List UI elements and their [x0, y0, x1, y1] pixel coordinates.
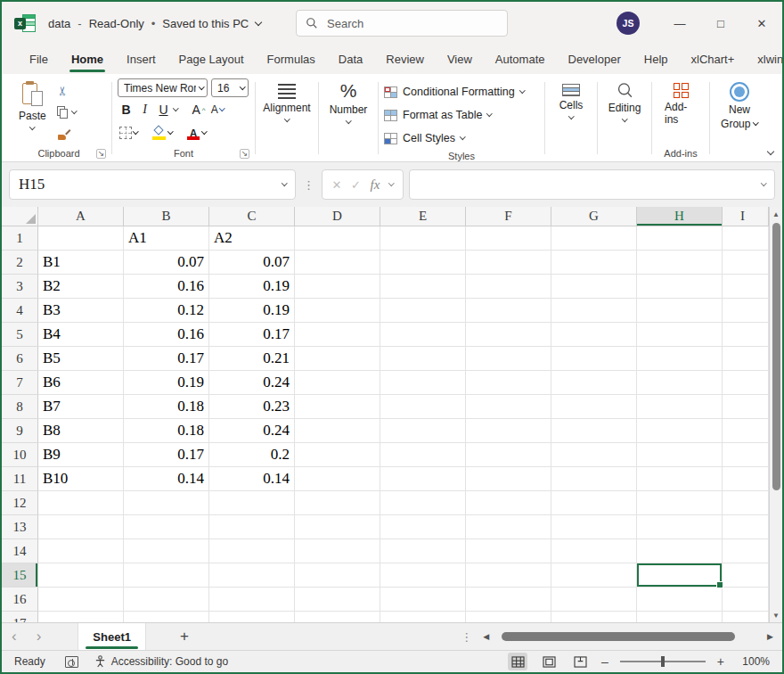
tab-home[interactable]: Home — [60, 45, 115, 73]
cell-H2[interactable] — [637, 251, 723, 275]
cell-A9[interactable]: B8 — [38, 419, 124, 443]
cell-I10[interactable] — [723, 443, 769, 467]
column-header-b[interactable]: B — [124, 207, 209, 226]
cell-I12[interactable] — [723, 491, 769, 515]
cell-G3[interactable] — [551, 275, 637, 299]
cell-G1[interactable] — [551, 226, 637, 251]
enter-icon[interactable]: ✓ — [351, 178, 361, 192]
cell-D6[interactable] — [295, 347, 380, 371]
cell-F11[interactable] — [466, 467, 551, 491]
cell-D10[interactable] — [295, 443, 380, 467]
number-button[interactable]: % Number — [323, 78, 375, 128]
alignment-button[interactable]: Alignment — [256, 78, 317, 127]
select-all-corner[interactable] — [2, 207, 38, 226]
cell-B12[interactable] — [124, 491, 209, 515]
cell-D17[interactable] — [295, 612, 380, 622]
cell-G6[interactable] — [551, 347, 637, 371]
cell-H1[interactable] — [637, 226, 723, 251]
tab-review[interactable]: Review — [374, 45, 436, 73]
cell-G15[interactable] — [551, 563, 637, 588]
cell-C4[interactable]: 0.19 — [209, 299, 295, 323]
bold-button[interactable]: B — [118, 101, 135, 119]
tab-help[interactable]: Help — [633, 45, 680, 73]
cell-G2[interactable] — [551, 251, 637, 275]
cell-F5[interactable] — [466, 323, 551, 347]
formula-bar-expand-chevron-icon[interactable] — [761, 180, 766, 185]
cell-I4[interactable] — [723, 299, 769, 323]
cell-G9[interactable] — [551, 419, 637, 443]
increase-font-button[interactable]: A^ — [191, 101, 208, 119]
cell-D1[interactable] — [295, 226, 380, 251]
row-header-4[interactable]: 4 — [2, 299, 38, 323]
cell-B11[interactable]: 0.14 — [124, 467, 209, 491]
cell-B15[interactable] — [124, 563, 209, 588]
cell-H10[interactable] — [637, 443, 723, 467]
scroll-up-icon[interactable]: ▲ — [772, 207, 780, 221]
column-header-e[interactable]: E — [380, 207, 466, 226]
cell-I16[interactable] — [723, 588, 769, 612]
cut-button[interactable]: ✂ — [53, 82, 80, 100]
cell-C3[interactable]: 0.19 — [209, 275, 295, 299]
collapse-ribbon-chevron-icon[interactable] — [767, 148, 774, 155]
cell-E3[interactable] — [380, 275, 466, 299]
cell-C12[interactable] — [209, 491, 295, 515]
cell-D9[interactable] — [295, 419, 380, 443]
cell-I7[interactable] — [723, 371, 769, 395]
cancel-icon[interactable]: ✕ — [332, 178, 342, 192]
insert-function-icon[interactable]: fx — [371, 177, 380, 193]
row-header-17[interactable]: 17 — [2, 612, 38, 622]
tab-file[interactable]: File — [18, 45, 60, 73]
cell-I15[interactable] — [723, 563, 769, 588]
cell-B2[interactable]: 0.07 — [124, 251, 209, 275]
maximize-button[interactable]: □ — [700, 2, 741, 45]
cell-H17[interactable] — [637, 612, 723, 622]
horizontal-scrollbar[interactable] — [498, 632, 758, 641]
cell-I5[interactable] — [723, 323, 769, 347]
tab-developer[interactable]: Developer — [557, 45, 633, 73]
format-painter-button[interactable] — [53, 125, 80, 143]
cell-I8[interactable] — [723, 395, 769, 419]
row-header-1[interactable]: 1 — [2, 226, 38, 251]
user-avatar[interactable]: JS — [617, 12, 640, 35]
cell-F15[interactable] — [466, 563, 551, 588]
cell-D5[interactable] — [295, 323, 380, 347]
cell-F17[interactable] — [466, 612, 551, 622]
column-header-g[interactable]: G — [551, 207, 637, 226]
minimize-button[interactable]: — — [659, 2, 700, 45]
row-header-16[interactable]: 16 — [2, 588, 38, 612]
title-chevron-down-icon[interactable] — [255, 18, 262, 25]
cell-A17[interactable] — [38, 612, 124, 622]
italic-button[interactable]: I — [136, 101, 153, 119]
row-header-13[interactable]: 13 — [2, 515, 38, 539]
fill-color-button[interactable] — [151, 124, 175, 143]
column-header-a[interactable]: A — [38, 207, 124, 226]
font-name-combo[interactable]: Times New Rom — [118, 78, 208, 97]
cell-F4[interactable] — [466, 299, 551, 323]
cell-F3[interactable] — [466, 275, 551, 299]
zoom-slider[interactable] — [620, 661, 706, 662]
column-header-c[interactable]: C — [209, 207, 295, 226]
cell-F1[interactable] — [466, 226, 551, 251]
cell-I3[interactable] — [723, 275, 769, 299]
column-header-h[interactable]: H — [637, 207, 723, 226]
fx-chevron-icon[interactable] — [388, 180, 394, 185]
cell-A8[interactable]: B7 — [38, 395, 124, 419]
cell-G17[interactable] — [551, 612, 637, 622]
cell-B14[interactable] — [124, 539, 209, 563]
cell-B13[interactable] — [124, 515, 209, 539]
paste-button[interactable]: Paste — [12, 78, 53, 135]
cell-I13[interactable] — [723, 515, 769, 539]
cell-E17[interactable] — [380, 612, 466, 622]
formula-input[interactable] — [409, 169, 775, 200]
tab-formulas[interactable]: Formulas — [256, 45, 327, 73]
page-break-view-button[interactable] — [570, 653, 590, 670]
cell-D4[interactable] — [295, 299, 380, 323]
tab-automate[interactable]: Automate — [484, 45, 557, 73]
cell-C13[interactable] — [209, 515, 295, 539]
cell-D16[interactable] — [295, 588, 380, 612]
cell-F10[interactable] — [466, 443, 551, 467]
cell-C7[interactable]: 0.24 — [209, 371, 295, 395]
cell-A4[interactable]: B3 — [38, 299, 124, 323]
cell-G13[interactable] — [551, 515, 637, 539]
cell-D13[interactable] — [295, 515, 380, 539]
